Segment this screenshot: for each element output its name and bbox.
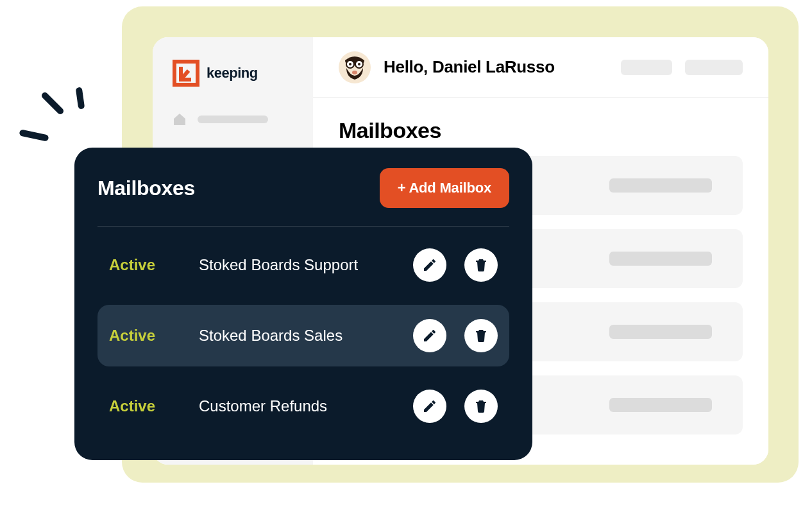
list-item-placeholder: [609, 178, 712, 193]
list-item-placeholder: [609, 398, 712, 412]
edit-button[interactable]: [413, 248, 446, 282]
status-badge: Active: [109, 256, 186, 274]
list-item-placeholder: [609, 325, 712, 339]
mailbox-list: Active Stoked Boards Support Active Stok…: [97, 227, 509, 437]
header-action-placeholder: [685, 60, 743, 75]
delete-button[interactable]: [464, 319, 498, 352]
mailbox-row[interactable]: Active Stoked Boards Sales: [97, 305, 509, 366]
brand-name: keeping: [207, 65, 258, 82]
mailbox-name: Customer Refunds: [199, 397, 395, 415]
trash-icon: [473, 257, 489, 273]
panel-title: Mailboxes: [97, 176, 195, 200]
svg-point-4: [349, 63, 351, 65]
mailbox-name: Stoked Boards Support: [199, 256, 395, 274]
pencil-icon: [422, 257, 437, 273]
status-badge: Active: [109, 327, 186, 345]
svg-point-5: [358, 63, 360, 65]
list-item-placeholder: [609, 252, 712, 266]
mailbox-name: Stoked Boards Sales: [199, 327, 395, 345]
home-icon: [172, 112, 187, 127]
avatar[interactable]: [339, 51, 371, 83]
trash-icon: [473, 328, 489, 343]
app-header: Hello, Daniel LaRusso: [313, 37, 768, 98]
status-badge: Active: [109, 397, 186, 415]
header-action-placeholder: [621, 60, 672, 75]
pencil-icon: [422, 328, 437, 343]
mailbox-row[interactable]: Active Stoked Boards Support: [97, 234, 509, 296]
edit-button[interactable]: [413, 319, 446, 352]
sidebar-item-home[interactable]: [172, 112, 294, 127]
trash-icon: [473, 399, 489, 414]
add-mailbox-button[interactable]: + Add Mailbox: [380, 168, 509, 208]
edit-button[interactable]: [413, 390, 446, 423]
brand-logo[interactable]: keeping: [172, 59, 294, 87]
mailboxes-panel: Mailboxes + Add Mailbox Active Stoked Bo…: [74, 148, 532, 460]
delete-button[interactable]: [464, 390, 498, 423]
greeting-text: Hello, Daniel LaRusso: [384, 57, 608, 77]
mailbox-row[interactable]: Active Customer Refunds: [97, 375, 509, 437]
sidebar-item-label-placeholder: [198, 116, 268, 123]
panel-header: Mailboxes + Add Mailbox: [97, 168, 509, 227]
delete-button[interactable]: [464, 248, 498, 282]
pencil-icon: [422, 399, 437, 414]
keeping-logo-icon: [172, 59, 200, 87]
svg-point-6: [352, 71, 357, 74]
